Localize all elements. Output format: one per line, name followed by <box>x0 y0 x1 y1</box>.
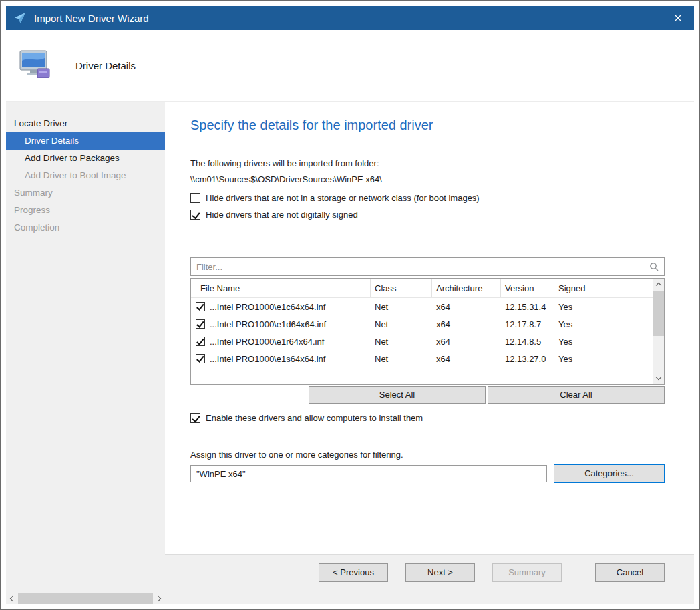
column-header-file-name[interactable]: File Name <box>191 279 370 297</box>
search-icon <box>649 262 659 271</box>
cell-architecture: x64 <box>431 302 500 312</box>
checkbox-box[interactable] <box>190 210 200 220</box>
column-header-class[interactable]: Class <box>370 279 431 297</box>
row-checkbox[interactable] <box>196 302 205 311</box>
drivers-table: File Name Class Architecture Version Sig… <box>190 278 665 385</box>
cell-architecture: x64 <box>431 337 500 347</box>
cell-file-name: ...Intel PRO1000\e1c64x64.inf <box>210 302 325 312</box>
cancel-button[interactable]: Cancel <box>595 563 665 582</box>
cell-signed: Yes <box>554 319 653 329</box>
cell-file-name: ...Intel PRO1000\e1d64x64.inf <box>210 319 326 329</box>
summary-button: Summary <box>492 563 562 582</box>
wizard-footer: < Previous Next > Summary Cancel <box>165 554 694 604</box>
enable-drivers-checkbox[interactable]: Enable these drivers and allow computers… <box>190 413 665 423</box>
checkbox-box[interactable] <box>190 193 200 203</box>
step-driver-details[interactable]: Driver Details <box>6 132 165 150</box>
step-locate-driver[interactable]: Locate Driver <box>6 115 165 132</box>
cell-version: 12.17.8.7 <box>500 319 554 329</box>
chevron-up-icon <box>655 283 661 288</box>
previous-button[interactable]: < Previous <box>319 563 388 582</box>
checkbox-box[interactable] <box>190 413 200 423</box>
import-folder-path: \\cm01\Sources$\OSD\DriverSources\WinPE … <box>190 174 665 184</box>
title-bar: Import New Driver Wizard <box>6 6 694 30</box>
wizard-steps-sidebar: Locate Driver Driver Details Add Driver … <box>6 102 165 604</box>
checkbox-label: Hide drivers that are not in a storage o… <box>206 193 480 203</box>
select-all-button[interactable]: Select All <box>309 386 486 404</box>
cell-version: 12.13.27.0 <box>500 354 554 364</box>
row-checkbox[interactable] <box>196 337 205 346</box>
cell-file-name: ...Intel PRO1000\e1r64x64.inf <box>210 337 324 347</box>
table-vertical-scrollbar[interactable] <box>653 279 664 384</box>
cell-class: Net <box>370 302 431 312</box>
cell-class: Net <box>370 337 431 347</box>
cell-signed: Yes <box>554 354 653 364</box>
scroll-left-button[interactable] <box>6 593 17 604</box>
categories-button[interactable]: Categories... <box>554 464 665 483</box>
cell-architecture: x64 <box>431 319 500 329</box>
drivers-table-main: File Name Class Architecture Version Sig… <box>191 279 653 384</box>
wizard-header: Driver Details <box>6 30 694 102</box>
chevron-right-icon <box>156 595 161 601</box>
checkbox-label: Enable these drivers and allow computers… <box>206 413 423 423</box>
step-add-driver-to-packages[interactable]: Add Driver to Packages <box>6 150 165 167</box>
hide-unsigned-checkbox[interactable]: Hide drivers that are not digitally sign… <box>190 210 665 220</box>
assign-categories-note: Assign this driver to one or more catego… <box>190 450 665 460</box>
cell-signed: Yes <box>554 337 653 347</box>
import-folder-note: The following drivers will be imported f… <box>190 158 665 168</box>
categories-row: Categories... <box>190 464 665 483</box>
cell-architecture: x64 <box>431 354 500 364</box>
categories-input[interactable] <box>190 465 547 482</box>
close-icon <box>674 14 682 22</box>
hide-storage-network-checkbox[interactable]: Hide drivers that are not in a storage o… <box>190 193 665 203</box>
spacer <box>190 386 309 404</box>
table-header-row: File Name Class Architecture Version Sig… <box>191 279 653 298</box>
selection-buttons-row: Select All Clear All <box>190 386 665 404</box>
scroll-right-button[interactable] <box>154 593 165 604</box>
filter-box <box>190 257 665 276</box>
step-summary: Summary <box>6 184 165 202</box>
chevron-left-icon <box>10 595 15 601</box>
close-button[interactable] <box>665 8 691 28</box>
column-header-version[interactable]: Version <box>500 279 554 297</box>
scroll-down-button[interactable] <box>653 373 664 384</box>
table-row[interactable]: ...Intel PRO1000\e1r64x64.inf Net x64 12… <box>191 333 653 350</box>
step-add-driver-to-boot-image: Add Driver to Boot Image <box>6 167 165 184</box>
computer-icon <box>19 50 53 81</box>
column-header-architecture[interactable]: Architecture <box>431 279 500 297</box>
row-checkbox[interactable] <box>196 354 205 363</box>
column-header-signed[interactable]: Signed <box>554 279 653 297</box>
vertical-scrollbar-thumb[interactable] <box>653 291 664 336</box>
wizard-body: Locate Driver Driver Details Add Driver … <box>6 102 694 604</box>
chevron-down-icon <box>655 375 661 380</box>
scrollbar-track[interactable] <box>653 337 664 373</box>
cell-class: Net <box>370 354 431 364</box>
step-progress: Progress <box>6 202 165 219</box>
next-button[interactable]: Next > <box>405 563 475 582</box>
wizard-content: Specify the details for the imported dri… <box>165 102 694 604</box>
table-row[interactable]: ...Intel PRO1000\e1d64x64.inf Net x64 12… <box>191 315 653 333</box>
cell-class: Net <box>370 319 431 329</box>
window-title: Import New Driver Wizard <box>34 13 149 24</box>
table-row[interactable]: ...Intel PRO1000\e1s64x64.inf Net x64 12… <box>191 350 653 367</box>
step-completion: Completion <box>6 219 165 237</box>
clear-all-button[interactable]: Clear All <box>488 386 665 404</box>
row-checkbox[interactable] <box>196 319 205 329</box>
import-new-driver-wizard-window: Import New Driver Wizard Driver Details … <box>0 0 700 610</box>
table-row[interactable]: ...Intel PRO1000\e1c64x64.inf Net x64 12… <box>191 298 653 315</box>
sidebar-horizontal-scrollbar[interactable] <box>6 593 165 604</box>
checkbox-label: Hide drivers that are not digitally sign… <box>206 210 358 220</box>
filter-input[interactable] <box>190 257 665 276</box>
page-heading: Specify the details for the imported dri… <box>190 118 665 133</box>
horizontal-scrollbar-thumb[interactable] <box>18 593 153 604</box>
driver-details-panel: Specify the details for the imported dri… <box>165 102 694 554</box>
wizard-icon <box>13 11 27 25</box>
cell-file-name: ...Intel PRO1000\e1s64x64.inf <box>210 354 325 364</box>
spacer <box>190 483 665 554</box>
cell-version: 12.14.8.5 <box>500 337 554 347</box>
cell-signed: Yes <box>554 302 653 312</box>
scroll-up-button[interactable] <box>653 279 664 290</box>
page-title: Driver Details <box>75 60 136 71</box>
cell-version: 12.15.31.4 <box>500 302 554 312</box>
